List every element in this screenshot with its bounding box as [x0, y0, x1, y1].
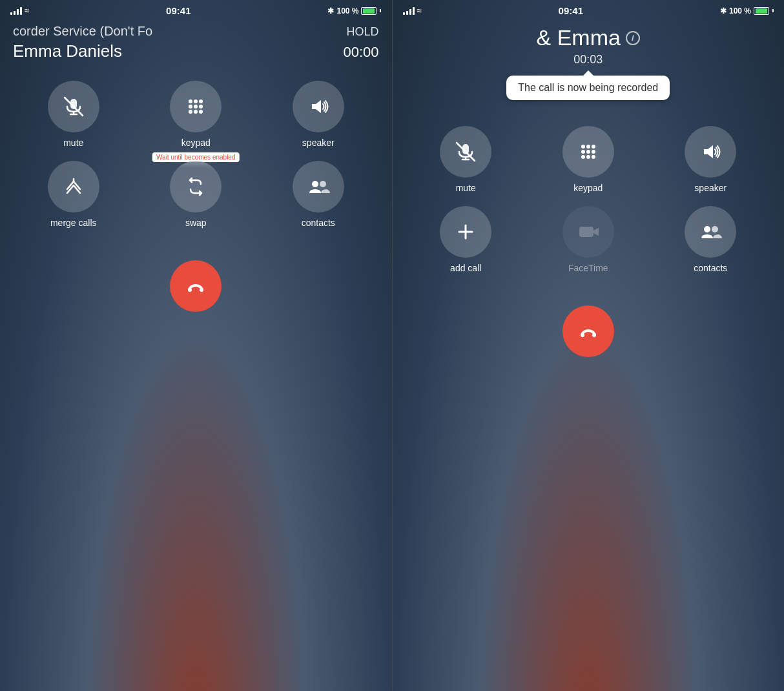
swap-button[interactable] [170, 161, 222, 212]
mute-button-right[interactable] [440, 126, 491, 178]
svg-point-10 [189, 110, 192, 114]
speaker-wrapper-right: speaker [653, 126, 769, 193]
speaker-button-right[interactable] [685, 126, 736, 178]
end-call-area-left [0, 260, 392, 312]
svg-rect-20 [462, 144, 469, 154]
speaker-button[interactable] [293, 81, 344, 132]
merge-calls-label: merge calls [50, 218, 97, 228]
svg-point-29 [581, 155, 585, 159]
bluetooth-icon-right: ✱ [720, 6, 727, 15]
time-left: 09:41 [166, 5, 191, 16]
end-call-button-right[interactable] [562, 305, 614, 357]
facetime-wrapper: FaceTime [530, 206, 646, 273]
svg-rect-39 [580, 333, 585, 338]
svg-marker-36 [593, 228, 599, 236]
add-call-label: add call [450, 263, 481, 273]
left-phone-screen: ≈ 09:41 ✱ 100 % corder Service (Don't Fo… [0, 0, 392, 691]
right-phone-screen: ≈ 09:41 ✱ 100 % & Emma i 00:03 The call … [392, 0, 785, 691]
add-call-wrapper: add call [408, 206, 524, 273]
merge-calls-button[interactable] [48, 161, 99, 212]
svg-point-4 [189, 99, 192, 103]
status-right-left: ✱ 100 % [327, 6, 381, 15]
contacts-button-left[interactable] [293, 161, 344, 212]
contacts-label-right: contacts [694, 263, 727, 273]
battery-tip-left [380, 9, 381, 12]
svg-point-27 [586, 150, 590, 154]
keypad-label: keypad [181, 138, 211, 148]
contact-name: & Emma [537, 25, 621, 50]
call-timer-left: 00:00 [343, 44, 378, 61]
battery-percent-right: 100 % [729, 6, 751, 15]
speaker-label: speaker [302, 138, 335, 148]
svg-point-26 [581, 150, 585, 154]
svg-point-9 [199, 105, 203, 108]
svg-rect-17 [187, 287, 192, 293]
keypad-wrapper-right: keypad [530, 126, 646, 193]
signal-icon [10, 7, 22, 15]
svg-point-11 [194, 110, 198, 114]
battery-icon-right [754, 7, 769, 15]
keypad-button-right[interactable] [562, 126, 614, 178]
svg-point-5 [194, 99, 198, 103]
contacts-button-right[interactable] [685, 206, 736, 258]
speaker-label-right: speaker [694, 183, 727, 193]
contacts-wrapper-left: contacts [260, 161, 377, 228]
recording-tooltip: The call is now being recorded [506, 76, 670, 100]
svg-marker-32 [704, 145, 713, 158]
call-header-left: corder Service (Don't Fo HOLD Emma Danie… [0, 19, 392, 61]
mute-wrapper-right: mute [408, 126, 524, 193]
end-call-button-left[interactable] [170, 260, 222, 312]
mute-label: mute [63, 138, 83, 148]
svg-point-38 [712, 226, 718, 232]
merge-calls-wrapper: merge calls [15, 161, 132, 228]
mute-wrapper: mute [15, 81, 132, 148]
status-bar-left: ≈ 09:41 ✱ 100 % [0, 0, 392, 19]
buttons-grid-left: mute [0, 68, 392, 241]
svg-point-28 [592, 150, 595, 154]
svg-point-16 [320, 181, 326, 187]
keypad-button[interactable] [170, 81, 222, 132]
swap-label: swap [185, 218, 207, 228]
right-header: & Emma i 00:03 The call is now being rec… [393, 19, 785, 100]
caller-row: Emma Daniels 00:00 [13, 41, 379, 61]
facetime-button [562, 206, 614, 258]
service-row: corder Service (Don't Fo HOLD [13, 24, 379, 39]
keypad-label-right: keypad [573, 183, 603, 193]
keypad-wrapper: keypad Wait until becomes enabled [138, 81, 254, 148]
wifi-icon: ≈ [25, 6, 29, 15]
svg-rect-40 [592, 333, 597, 338]
battery-tip-right [772, 9, 774, 12]
svg-point-30 [586, 155, 590, 159]
battery-percent-left: 100 % [336, 6, 358, 15]
svg-point-31 [592, 155, 595, 159]
battery-icon-left [361, 7, 377, 15]
signal-icon-right [403, 7, 415, 15]
add-call-button[interactable] [440, 206, 491, 258]
wifi-icon-right: ≈ [417, 6, 422, 15]
svg-point-6 [199, 99, 203, 103]
svg-point-37 [704, 226, 710, 232]
contacts-label-left: contacts [302, 218, 335, 228]
svg-rect-35 [579, 227, 593, 237]
mute-label-right: mute [456, 183, 476, 193]
tooltip-container: The call is now being recorded [406, 76, 772, 100]
time-right: 09:41 [559, 5, 583, 16]
svg-point-24 [586, 145, 590, 149]
status-left: ≈ [10, 6, 29, 15]
svg-point-23 [581, 145, 585, 149]
bluetooth-icon: ✱ [327, 6, 334, 15]
contact-name-row: & Emma i [406, 25, 772, 50]
end-call-area-right [393, 305, 785, 357]
mute-button[interactable] [48, 81, 99, 132]
speaker-wrapper: speaker [260, 81, 377, 148]
svg-point-25 [592, 145, 595, 149]
buttons-grid-right: mute keypad [393, 113, 785, 286]
svg-point-15 [312, 181, 318, 187]
call-service-label: corder Service (Don't Fo [13, 24, 152, 39]
contacts-wrapper-right: contacts [653, 206, 769, 273]
swap-wrapper: swap [138, 161, 254, 228]
svg-rect-18 [199, 287, 204, 293]
info-icon[interactable]: i [626, 31, 640, 45]
svg-point-12 [199, 110, 203, 114]
svg-point-7 [189, 105, 192, 108]
